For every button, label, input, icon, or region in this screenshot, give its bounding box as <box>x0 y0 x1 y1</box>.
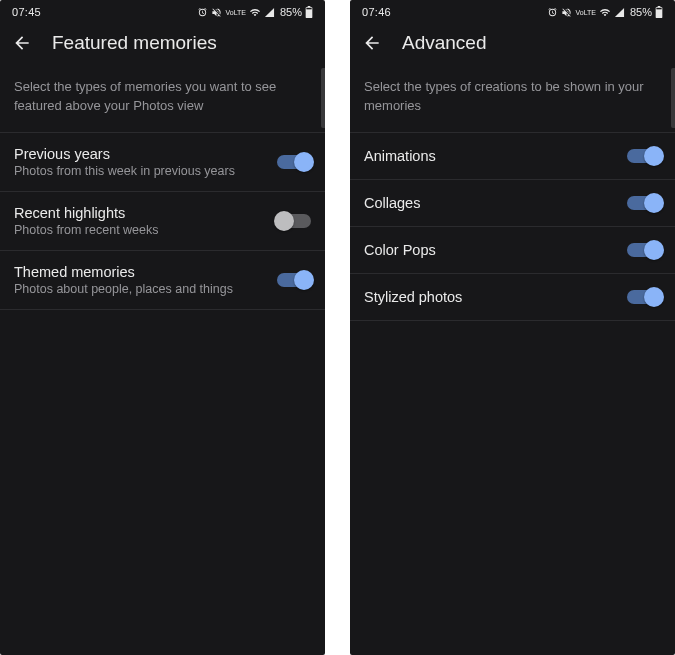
setting-text: Animations <box>364 148 627 164</box>
svg-rect-1 <box>308 6 311 7</box>
scrollbar[interactable] <box>671 68 675 128</box>
phone-screen-right: 07:46 VoLTE 85% Advanced Select the type… <box>350 0 675 655</box>
settings-list: Animations Collages Color Pops Stylized … <box>350 132 675 321</box>
svg-rect-5 <box>656 8 661 9</box>
battery-percent: 85% <box>280 6 302 18</box>
setting-title: Color Pops <box>364 242 619 258</box>
svg-rect-4 <box>658 6 661 7</box>
setting-text: Recent highlights Photos from recent wee… <box>14 205 277 237</box>
page-description: Select the types of creations to be show… <box>350 68 675 132</box>
status-bar: 07:45 VoLTE 85% <box>0 0 325 22</box>
setting-title: Previous years <box>14 146 269 162</box>
battery-icon <box>655 6 663 18</box>
setting-text: Color Pops <box>364 242 627 258</box>
arrow-left-icon <box>12 33 32 53</box>
setting-title: Themed memories <box>14 264 269 280</box>
signal-icon <box>264 7 275 18</box>
setting-recent-highlights[interactable]: Recent highlights Photos from recent wee… <box>0 192 325 251</box>
battery-icon <box>305 6 313 18</box>
setting-themed-memories[interactable]: Themed memories Photos about people, pla… <box>0 251 325 310</box>
setting-previous-years[interactable]: Previous years Photos from this week in … <box>0 133 325 192</box>
svg-rect-2 <box>306 8 311 9</box>
toggle-collages[interactable] <box>627 196 661 210</box>
wifi-icon <box>249 7 261 18</box>
setting-text: Stylized photos <box>364 289 627 305</box>
setting-title: Collages <box>364 195 619 211</box>
status-time: 07:46 <box>362 6 391 18</box>
setting-title: Animations <box>364 148 619 164</box>
page-header: Featured memories <box>0 22 325 68</box>
wifi-icon <box>599 7 611 18</box>
toggle-previous-years[interactable] <box>277 155 311 169</box>
page-header: Advanced <box>350 22 675 68</box>
setting-subtitle: Photos from recent weeks <box>14 223 269 237</box>
toggle-recent-highlights[interactable] <box>277 214 311 228</box>
status-time: 07:45 <box>12 6 41 18</box>
toggle-animations[interactable] <box>627 149 661 163</box>
alarm-icon <box>547 7 558 18</box>
back-button[interactable] <box>12 33 32 53</box>
mute-icon <box>561 7 572 18</box>
setting-title: Recent highlights <box>14 205 269 221</box>
page-title: Advanced <box>402 32 487 54</box>
toggle-color-pops[interactable] <box>627 243 661 257</box>
battery-percent: 85% <box>630 6 652 18</box>
arrow-left-icon <box>362 33 382 53</box>
phone-screen-left: 07:45 VoLTE 85% Featured memories Select… <box>0 0 325 655</box>
mute-icon <box>211 7 222 18</box>
setting-text: Collages <box>364 195 627 211</box>
network-label: VoLTE <box>225 9 246 16</box>
signal-icon <box>614 7 625 18</box>
setting-text: Previous years Photos from this week in … <box>14 146 277 178</box>
back-button[interactable] <box>362 33 382 53</box>
setting-collages[interactable]: Collages <box>350 180 675 227</box>
setting-text: Themed memories Photos about people, pla… <box>14 264 277 296</box>
page-description: Select the types of memories you want to… <box>0 68 325 132</box>
setting-color-pops[interactable]: Color Pops <box>350 227 675 274</box>
toggle-stylized-photos[interactable] <box>627 290 661 304</box>
scrollbar[interactable] <box>321 68 325 128</box>
status-icons: VoLTE 85% <box>197 6 313 18</box>
network-label: VoLTE <box>575 9 596 16</box>
setting-subtitle: Photos from this week in previous years <box>14 164 269 178</box>
setting-title: Stylized photos <box>364 289 619 305</box>
setting-stylized-photos[interactable]: Stylized photos <box>350 274 675 321</box>
page-title: Featured memories <box>52 32 217 54</box>
setting-animations[interactable]: Animations <box>350 133 675 180</box>
toggle-themed-memories[interactable] <box>277 273 311 287</box>
setting-subtitle: Photos about people, places and things <box>14 282 269 296</box>
alarm-icon <box>197 7 208 18</box>
status-bar: 07:46 VoLTE 85% <box>350 0 675 22</box>
settings-list: Previous years Photos from this week in … <box>0 132 325 310</box>
status-icons: VoLTE 85% <box>547 6 663 18</box>
